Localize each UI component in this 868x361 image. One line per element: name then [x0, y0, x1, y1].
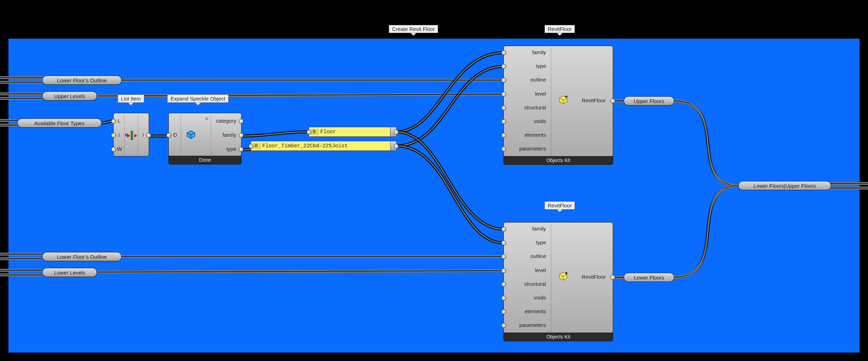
in-voids: voids [534, 118, 546, 124]
revitfloor-cube-icon [559, 95, 568, 105]
port-label-i-out: i [143, 132, 144, 138]
panel-family-text: Floor [320, 129, 336, 135]
panel-type-index: 0 [252, 143, 260, 149]
in-structural: structural [524, 104, 546, 110]
panel-type-text: Floor_Timber_22Cbd-225Joist [262, 143, 348, 149]
equals-icon: = [205, 116, 208, 122]
param-lower-floor-outline-1[interactable]: Lower Floor's Outline [42, 76, 122, 85]
component-footer-objects-kit-1: Objects Kit [503, 156, 613, 165]
component-expand-speckle-object[interactable]: O category family type = Done [168, 113, 242, 156]
param-lower-floors[interactable]: Lower Floors [624, 273, 674, 282]
tooltip-list-item: List Item [118, 95, 144, 103]
component-footer-done: Done [168, 156, 242, 165]
in-level-2: level [535, 267, 546, 273]
group-canvas [8, 38, 860, 353]
tooltip-revitfloor-1: RevitFloor [545, 25, 575, 33]
panel-type[interactable]: 0 Floor_Timber_22Cbd-225Joist [251, 141, 397, 151]
port-label-category: category [216, 118, 236, 124]
param-lower-levels[interactable]: Lower Levels [42, 268, 97, 277]
in-level: level [535, 91, 546, 97]
in-type: type [536, 63, 546, 69]
in-parameters: parameters [519, 146, 546, 152]
component-revitfloor-upper[interactable]: family type outline level structural voi… [503, 46, 613, 157]
in-outline-2: outline [531, 253, 546, 259]
svg-point-7 [565, 272, 567, 274]
in-voids-2: voids [534, 295, 546, 301]
port-label-type: type [226, 146, 236, 152]
in-outline: outline [531, 77, 546, 83]
in-structural-2: structural [524, 281, 546, 287]
component-revitfloor-lower[interactable]: family type outline level structural voi… [503, 222, 613, 333]
in-elements-2: elements [525, 308, 546, 314]
component-list-item[interactable]: L i W i N [113, 113, 149, 156]
panel-family-index: 0 [310, 129, 318, 135]
list-item-icon: N [127, 130, 136, 140]
in-type-2: type [536, 239, 546, 245]
revitfloor-cube-icon-2 [559, 272, 568, 282]
port-label-i-in: i [118, 132, 120, 138]
panel-family[interactable]: 0 Floor [309, 127, 397, 137]
port-label-family: family [223, 132, 236, 138]
param-merged-floors[interactable]: Lower Floors|Upper Floors [738, 181, 831, 190]
in-elements: elements [525, 132, 546, 138]
svg-point-4 [565, 96, 567, 98]
param-available-floor-types[interactable]: Available Floor Types [17, 118, 102, 128]
in-family-2: family [532, 226, 546, 232]
tooltip-expand-speckle-object: Expand Speckle Object [167, 95, 229, 103]
port-label-O: O [173, 132, 177, 138]
param-lower-floor-outline-2[interactable]: Lower Floor's Outline [42, 252, 122, 261]
port-label-L: L [118, 118, 121, 124]
param-upper-levels[interactable]: Upper Levels [42, 91, 97, 101]
param-upper-floors[interactable]: Upper Floors [624, 96, 674, 105]
component-footer-objects-kit-2: Objects Kit [503, 333, 613, 341]
speckle-cube-icon [186, 130, 195, 140]
tooltip-create-revit-floor: Create Revit Floor [389, 25, 438, 33]
in-parameters-2: parameters [519, 322, 546, 328]
in-family: family [532, 49, 546, 55]
port-label-W: W [117, 146, 122, 152]
tooltip-revitfloor-2: RevitFloor [545, 201, 575, 209]
out-revitfloor-2: RevitFloor [582, 274, 606, 280]
out-revitfloor: RevitFloor [582, 97, 606, 103]
